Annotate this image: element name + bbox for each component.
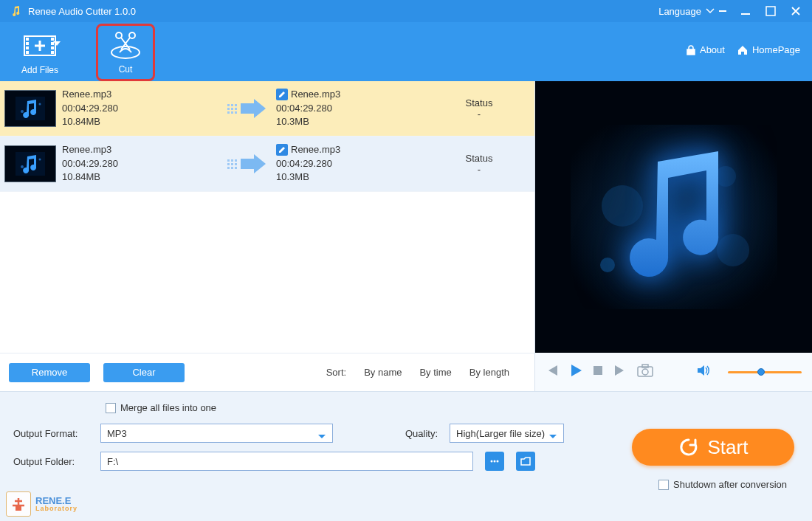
output-format-select[interactable]: MP3 <box>100 424 333 443</box>
svg-point-29 <box>21 165 24 168</box>
svg-rect-20 <box>227 108 230 110</box>
svg-rect-32 <box>227 163 230 165</box>
svg-point-17 <box>21 110 24 113</box>
brand-badge-icon <box>6 491 31 517</box>
file-panel: Renee.mp3 00:04:29.280 10.84MB Renee.mp3… <box>0 81 535 391</box>
divider-icon <box>719 10 726 12</box>
svg-rect-31 <box>227 159 230 162</box>
source-filename: Renee.mp3 <box>62 143 217 157</box>
source-info: Renee.mp3 00:04:29.280 10.84MB <box>62 143 217 185</box>
toolbar: Add Files Cut About HomePage <box>0 22 812 81</box>
svg-rect-33 <box>227 167 230 169</box>
chevron-down-icon <box>706 7 715 15</box>
sort-by-time[interactable]: By time <box>419 367 451 378</box>
brand-sub: Laboratory <box>35 506 78 512</box>
minimize-button[interactable] <box>740 5 751 17</box>
svg-point-41 <box>602 185 643 227</box>
file-row[interactable]: Renee.mp3 00:04:29.280 10.84MB Renee.mp3… <box>0 81 534 137</box>
app-title: Renee Audio Cutter 1.0.0 <box>28 6 136 17</box>
dest-size: 10.3MB <box>276 115 424 129</box>
svg-rect-5 <box>26 42 29 45</box>
snapshot-button[interactable] <box>637 364 653 380</box>
play-button[interactable] <box>569 364 582 380</box>
cut-icon <box>109 29 142 61</box>
about-link[interactable]: About <box>686 44 725 55</box>
remove-button[interactable]: Remove <box>9 363 90 382</box>
main-area: Renee.mp3 00:04:29.280 10.84MB Renee.mp3… <box>0 81 812 391</box>
sort-group: Sort: By name By time By length <box>326 367 526 378</box>
merge-checkbox[interactable] <box>106 403 116 413</box>
edit-icon[interactable] <box>276 144 288 156</box>
sort-by-length[interactable]: By length <box>469 367 509 378</box>
status-value: - <box>424 164 534 175</box>
app-logo-icon <box>10 5 22 17</box>
add-files-label: Add Files <box>21 65 58 75</box>
svg-rect-37 <box>235 159 237 162</box>
home-icon <box>737 45 749 55</box>
svg-rect-6 <box>26 46 29 49</box>
lock-icon <box>686 45 696 55</box>
browse-button[interactable] <box>485 452 504 471</box>
open-folder-button[interactable] <box>516 452 535 471</box>
quality-value: High(Larger file size) <box>456 428 545 439</box>
clear-button[interactable]: Clear <box>103 363 185 382</box>
file-thumbnail <box>4 145 56 182</box>
svg-rect-24 <box>231 111 233 114</box>
svg-point-51 <box>497 460 499 463</box>
cut-button[interactable]: Cut <box>96 24 155 81</box>
output-format-value: MP3 <box>107 428 127 439</box>
output-folder-input[interactable]: F:\ <box>100 452 473 471</box>
status-cell: Status - <box>424 153 534 175</box>
volume-icon[interactable] <box>697 365 710 379</box>
svg-point-50 <box>494 460 496 463</box>
svg-rect-35 <box>231 163 233 165</box>
dest-info: Renee.mp3 00:04:29.280 10.3MB <box>276 143 424 185</box>
stop-button[interactable] <box>593 365 603 379</box>
refresh-icon <box>678 437 699 458</box>
source-duration: 00:04:29.280 <box>62 102 217 116</box>
list-actions: Remove Clear Sort: By name By time By le… <box>0 353 534 391</box>
svg-rect-2 <box>766 7 775 15</box>
arrow-icon <box>217 153 276 175</box>
prev-button[interactable] <box>546 365 559 379</box>
svg-point-42 <box>717 234 749 266</box>
dest-info: Renee.mp3 00:04:29.280 10.3MB <box>276 88 424 130</box>
svg-rect-8 <box>51 38 54 41</box>
svg-rect-26 <box>235 108 237 110</box>
svg-rect-22 <box>231 104 233 106</box>
volume-slider[interactable] <box>728 371 802 373</box>
edit-icon[interactable] <box>276 89 288 100</box>
close-button[interactable] <box>790 5 802 17</box>
svg-point-14 <box>129 32 135 38</box>
settings-panel: Merge all files into one Output Format: … <box>0 391 812 521</box>
about-label: About <box>700 44 725 55</box>
add-files-button[interactable]: Add Files <box>10 25 69 75</box>
quality-select[interactable]: High(Larger file size) <box>450 424 564 443</box>
status-label: Status <box>424 97 534 108</box>
preview-panel <box>535 81 812 391</box>
svg-rect-25 <box>235 104 237 106</box>
shutdown-checkbox[interactable] <box>658 480 669 490</box>
homepage-label: HomePage <box>752 44 800 55</box>
svg-rect-0 <box>719 10 726 12</box>
language-menu[interactable]: Language <box>658 6 726 17</box>
output-folder-label: Output Folder: <box>13 456 93 467</box>
sort-by-name[interactable]: By name <box>364 367 402 378</box>
start-label: Start <box>708 436 749 459</box>
file-thumbnail <box>4 90 56 127</box>
start-button[interactable]: Start <box>632 429 794 466</box>
file-row[interactable]: Renee.mp3 00:04:29.280 10.84MB Renee.mp3… <box>0 137 534 192</box>
shutdown-label: Shutdown after conversion <box>673 479 787 490</box>
next-button[interactable] <box>613 365 627 379</box>
chevron-down-icon <box>548 431 557 442</box>
sort-label: Sort: <box>326 367 346 378</box>
cut-label: Cut <box>119 64 133 75</box>
dropdown-caret-icon[interactable] <box>53 41 61 47</box>
svg-point-43 <box>715 166 736 187</box>
svg-rect-45 <box>593 366 602 375</box>
maximize-button[interactable] <box>765 5 777 17</box>
status-label: Status <box>424 153 534 164</box>
source-info: Renee.mp3 00:04:29.280 10.84MB <box>62 88 217 130</box>
homepage-link[interactable]: HomePage <box>737 44 800 55</box>
preview-video <box>535 81 812 353</box>
